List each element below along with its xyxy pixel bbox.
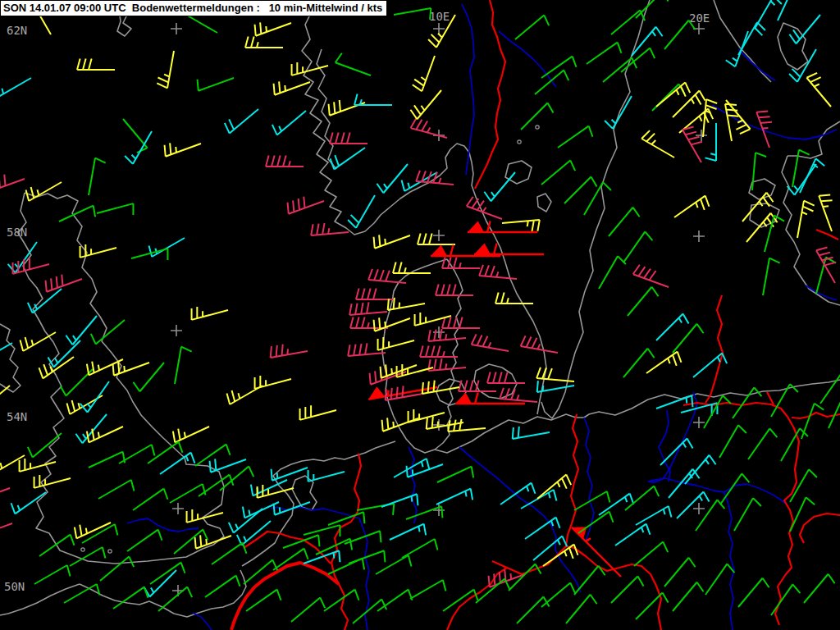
wind-barb (308, 470, 345, 482)
wind-barb (705, 123, 716, 161)
wind-barb (455, 392, 525, 404)
country-border (475, 0, 505, 189)
wind-barb (119, 445, 154, 463)
wind-barb (656, 82, 690, 107)
river (724, 492, 734, 630)
wind-barb (636, 506, 671, 525)
wind-barb (0, 521, 12, 536)
wind-barb (660, 438, 693, 465)
wind-barb (541, 160, 575, 185)
wind-barb (80, 381, 109, 413)
graticule-cross (171, 325, 182, 336)
wind-barb (443, 590, 477, 611)
wind-barb (673, 324, 704, 353)
wind-barb (484, 172, 515, 201)
wind-barb (356, 288, 394, 299)
graticule-cross (172, 503, 184, 514)
wind-barb (574, 566, 605, 595)
wind-barb (428, 358, 466, 371)
wind-barb (394, 8, 431, 20)
wind-barb (77, 58, 115, 70)
wind-barb (390, 524, 426, 540)
wind-barb (677, 491, 710, 518)
wind-barb (353, 599, 386, 623)
graticule-cross (171, 23, 182, 34)
wind-barb (336, 53, 371, 75)
wind-barb (175, 347, 192, 384)
country-border (767, 392, 774, 404)
wind-barb (402, 539, 437, 558)
wind-barb (192, 307, 228, 320)
wind-barb (682, 127, 702, 162)
wind-barb (797, 201, 815, 238)
wind-barb (374, 235, 410, 248)
wind-barb (748, 428, 777, 459)
wind-barb (170, 484, 205, 503)
wind-barb (720, 473, 749, 504)
graticule-label: 54N (7, 410, 27, 423)
wind-barb (348, 195, 375, 228)
wind-barb (474, 243, 544, 254)
wind-barb (587, 43, 621, 64)
wind-barb (245, 36, 283, 48)
wind-barb (311, 223, 349, 235)
wind-barb (742, 193, 774, 221)
wind-barb (703, 99, 717, 137)
wind-barb (21, 332, 56, 351)
wind-barb (330, 132, 368, 144)
country-border (492, 546, 661, 630)
river (648, 392, 697, 482)
graticule-label: 62N (7, 24, 27, 37)
graticule-label: 20E (689, 11, 710, 25)
wind-barb (537, 381, 574, 392)
wind-barb (790, 469, 817, 502)
wind-barb (656, 313, 689, 340)
wind-barb (599, 256, 626, 289)
wind-barb (502, 220, 540, 231)
wind-barb (255, 22, 291, 35)
wind-barb (225, 109, 258, 134)
wind-barb (376, 555, 411, 574)
wind-barb (374, 317, 410, 331)
small-lake (518, 140, 521, 144)
wind-barb (212, 543, 246, 564)
wind-barb (100, 556, 134, 581)
wind-barb (195, 535, 231, 548)
wind-barb (46, 275, 82, 292)
title-bar: SON 14.01.07 09:00 UTC Bodenwettermeldun… (0, 0, 387, 16)
wind-barb (272, 111, 306, 135)
wind-barb (413, 56, 435, 91)
wind-barb (479, 265, 517, 279)
country-border (705, 295, 723, 403)
graticule-label: 50N (4, 580, 25, 593)
wind-barb (410, 580, 445, 599)
graticule-cross (693, 231, 705, 242)
wind-barb (34, 475, 71, 488)
wind-barb (442, 317, 480, 328)
wind-barb (173, 427, 209, 442)
wind-barb (266, 155, 304, 167)
wind-barb (420, 345, 458, 357)
wind-barb (437, 467, 473, 482)
wind-barb (150, 563, 185, 584)
country-border-thick (231, 563, 339, 630)
wind-barb (198, 78, 234, 91)
river (499, 31, 556, 87)
wind-barb (623, 231, 652, 262)
wind-barb (725, 104, 738, 141)
small-lake (108, 550, 112, 553)
wind-barb (349, 302, 387, 315)
wind-barb (820, 372, 840, 404)
wind-barb (566, 595, 597, 623)
wind-barb (685, 455, 716, 484)
country-border (816, 230, 838, 240)
wind-barb (806, 73, 831, 107)
map-title: SON 14.01.07 09:00 UTC Bodenwettermeldun… (3, 2, 382, 14)
wind-barb (611, 576, 644, 603)
wind-barb (113, 587, 148, 609)
wind-barb (719, 425, 746, 458)
wind-barb (205, 576, 240, 597)
wind-barb (829, 394, 840, 428)
wind-barb (705, 564, 734, 595)
wind-barb (816, 248, 836, 283)
